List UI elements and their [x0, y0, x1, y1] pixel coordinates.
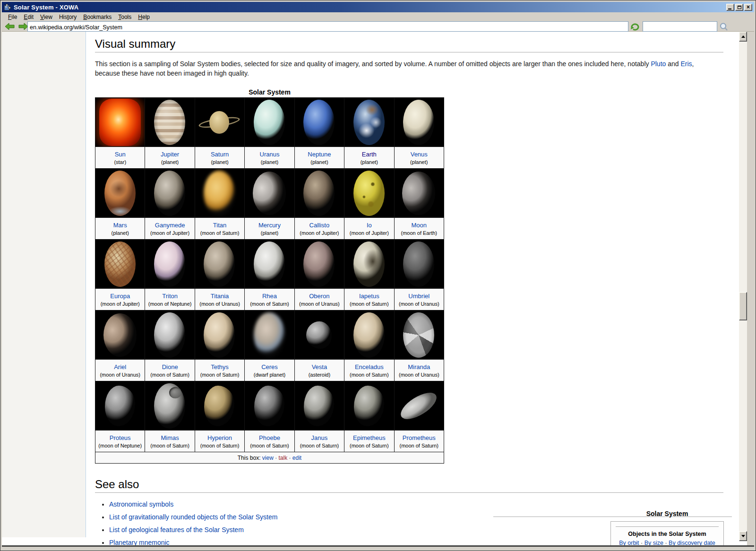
navbox-link-by-orbit[interactable]: By orbit [619, 540, 639, 545]
image-triton[interactable] [145, 240, 195, 289]
footer-link-talk[interactable]: talk [279, 455, 288, 461]
link-hyperion[interactable]: Hyperion [196, 434, 244, 441]
image-iapetus[interactable] [344, 240, 394, 289]
link-miranda[interactable]: Miranda [395, 363, 443, 370]
link-proteus[interactable]: Proteus [96, 434, 144, 441]
link-europa[interactable]: Europa [96, 293, 144, 300]
image-prometheus[interactable] [394, 381, 444, 430]
image-mercury[interactable] [245, 169, 294, 218]
scrollbar-down-button[interactable] [739, 531, 747, 541]
menu-history[interactable]: History [56, 13, 80, 21]
link-moon[interactable]: Moon [395, 222, 443, 229]
image-enceladus[interactable] [344, 310, 394, 360]
footer-link-edit[interactable]: edit [292, 455, 301, 461]
link-venus[interactable]: Venus [395, 151, 443, 158]
image-epimetheus[interactable] [344, 381, 394, 430]
image-phoebe[interactable] [245, 381, 294, 430]
image-miranda[interactable] [394, 310, 444, 360]
link-earth[interactable]: Earth [345, 151, 393, 158]
image-io[interactable] [344, 169, 394, 218]
menu-bookmarks[interactable]: Bookmarks [80, 13, 115, 21]
image-titan[interactable] [195, 169, 244, 218]
image-earth[interactable] [344, 98, 394, 147]
image-janus[interactable] [294, 381, 344, 430]
menu-edit[interactable]: Edit [20, 13, 37, 21]
image-mimas[interactable] [145, 381, 195, 430]
close-button[interactable]: × [744, 4, 752, 11]
image-vesta[interactable] [294, 310, 344, 360]
image-hyperion[interactable] [195, 381, 244, 430]
link-callisto[interactable]: Callisto [295, 222, 344, 229]
image-ceres[interactable] [245, 310, 294, 360]
menu-file[interactable]: File [5, 13, 20, 21]
image-jupiter[interactable] [145, 98, 195, 147]
link-vesta[interactable]: Vesta [295, 363, 344, 370]
link-mimas[interactable]: Mimas [146, 434, 194, 441]
image-proteus[interactable] [95, 381, 145, 430]
link-phoebe[interactable]: Phoebe [245, 434, 293, 441]
link-umbriel[interactable]: Umbriel [395, 293, 443, 300]
link-titan[interactable]: Titan [196, 222, 244, 229]
link-list-of-gravitationally-rounded-objects-of-the-solar-system[interactable]: List of gravitationally rounded objects … [109, 513, 277, 521]
link-neptune[interactable]: Neptune [295, 151, 344, 158]
link-jupiter[interactable]: Jupiter [146, 151, 194, 158]
reload-button[interactable] [630, 22, 640, 31]
image-sun[interactable] [95, 98, 145, 147]
image-tethys[interactable] [195, 310, 244, 360]
image-umbriel[interactable] [394, 240, 444, 289]
image-neptune[interactable] [294, 98, 344, 147]
link-io[interactable]: Io [345, 222, 393, 229]
link-ganymede[interactable]: Ganymede [146, 222, 194, 229]
image-europa[interactable] [95, 240, 145, 289]
link-sun[interactable]: Sun [96, 151, 144, 158]
image-venus[interactable] [394, 98, 444, 147]
link-prometheus[interactable]: Prometheus [395, 434, 443, 441]
menu-help[interactable]: Help [135, 13, 153, 21]
link-saturn[interactable]: Saturn [196, 151, 244, 158]
image-oberon[interactable] [294, 240, 344, 289]
image-titania[interactable] [195, 240, 244, 289]
link-astronomical-symbols[interactable]: Astronomical symbols [109, 500, 173, 508]
image-rhea[interactable] [245, 240, 294, 289]
link-ariel[interactable]: Ariel [96, 363, 144, 370]
link-list-of-geological-features-of-the-solar-system[interactable]: List of geological features of the Solar… [109, 526, 244, 534]
link-pluto[interactable]: Pluto [651, 60, 666, 68]
menu-view[interactable]: View [37, 13, 56, 21]
link-rhea[interactable]: Rhea [245, 293, 293, 300]
link-tethys[interactable]: Tethys [196, 363, 244, 370]
link-mercury[interactable]: Mercury [245, 222, 293, 229]
navbox-link-by-size[interactable]: By size [644, 540, 663, 545]
link-janus[interactable]: Janus [295, 434, 344, 441]
image-callisto[interactable] [294, 169, 344, 218]
maximize-button[interactable] [735, 4, 743, 11]
link-enceladus[interactable]: Enceladus [345, 363, 393, 370]
link-dione[interactable]: Dione [146, 363, 194, 370]
search-icon[interactable] [719, 22, 729, 32]
minimize-button[interactable] [726, 4, 734, 11]
link-uranus[interactable]: Uranus [245, 151, 293, 158]
menu-tools[interactable]: Tools [115, 13, 135, 21]
link-eris[interactable]: Eris [680, 60, 692, 68]
link-titania[interactable]: Titania [196, 293, 244, 300]
scrollbar-track[interactable] [739, 32, 747, 541]
search-input[interactable] [643, 21, 717, 32]
forward-button[interactable] [18, 22, 28, 31]
image-moon[interactable] [394, 169, 444, 218]
url-input[interactable] [27, 21, 628, 32]
link-mars[interactable]: Mars [96, 222, 144, 229]
link-epimetheus[interactable]: Epimetheus [345, 434, 393, 441]
image-ariel[interactable] [95, 310, 145, 360]
back-button[interactable] [5, 22, 15, 31]
link-ceres[interactable]: Ceres [245, 363, 293, 370]
link-oberon[interactable]: Oberon [295, 293, 344, 300]
image-uranus[interactable] [245, 98, 294, 147]
image-saturn[interactable] [195, 98, 244, 147]
image-dione[interactable] [145, 310, 195, 360]
link-planetary-mnemonic[interactable]: Planetary mnemonic [109, 539, 170, 545]
scrollbar-up-button[interactable] [739, 32, 747, 42]
link-triton[interactable]: Triton [146, 293, 194, 300]
link-iapetus[interactable]: Iapetus [345, 293, 393, 300]
scrollbar-thumb[interactable] [739, 292, 747, 320]
navbox-link-by-discovery-date[interactable]: By discovery date [669, 540, 715, 545]
footer-link-view[interactable]: view [262, 455, 274, 461]
